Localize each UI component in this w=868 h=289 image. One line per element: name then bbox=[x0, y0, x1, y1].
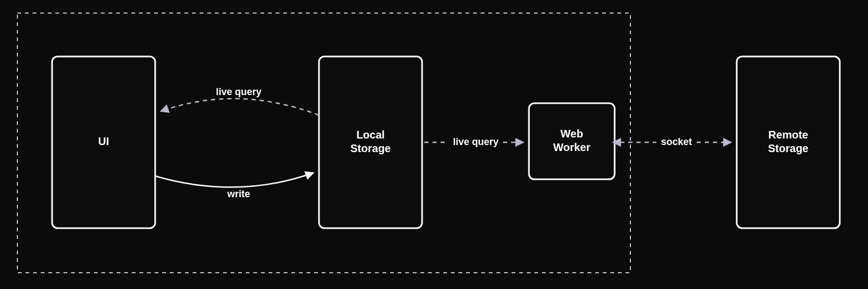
architecture-diagram: UI Local Storage Web Worker Remote Stora… bbox=[0, 0, 868, 289]
edge-write-ui-to-ls: write bbox=[155, 173, 314, 199]
ui-node: UI bbox=[52, 56, 155, 228]
remote-storage-label-line1: Remote bbox=[768, 129, 808, 141]
ui-label: UI bbox=[98, 135, 109, 147]
web-worker-node: Web Worker bbox=[529, 103, 615, 179]
web-worker-label-line1: Web bbox=[560, 128, 583, 140]
remote-storage-label-line2: Storage bbox=[768, 142, 808, 154]
edge-live-query-ls-to-ww-label: live query bbox=[453, 136, 499, 147]
local-storage-node: Local Storage bbox=[319, 56, 422, 228]
edge-socket-ww-to-rs: socket bbox=[620, 136, 731, 147]
web-worker-label-line2: Worker bbox=[553, 141, 591, 153]
edge-live-query-ls-to-ui: live query bbox=[161, 86, 319, 115]
edge-socket-ww-to-rs-label: socket bbox=[661, 136, 692, 147]
edge-write-ui-to-ls-label: write bbox=[227, 189, 250, 199]
local-storage-label-line1: Local bbox=[356, 129, 385, 141]
edge-live-query-ls-to-ui-label: live query bbox=[216, 86, 261, 97]
edge-live-query-ls-to-ww: live query bbox=[424, 136, 524, 147]
remote-storage-node: Remote Storage bbox=[737, 56, 840, 228]
local-storage-label-line2: Storage bbox=[350, 142, 391, 154]
